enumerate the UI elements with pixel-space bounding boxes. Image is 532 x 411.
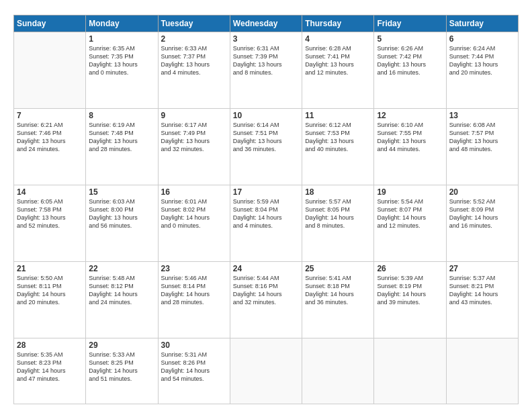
calendar-cell: 17Sunrise: 5:59 AMSunset: 8:04 PMDayligh… bbox=[230, 185, 302, 261]
day-number: 10 bbox=[233, 111, 299, 120]
day-number: 6 bbox=[449, 34, 515, 44]
day-number: 11 bbox=[305, 111, 371, 120]
day-info: Sunrise: 5:46 AMSunset: 8:14 PMDaylight:… bbox=[161, 274, 227, 307]
day-header-monday: Monday bbox=[86, 15, 158, 32]
day-number: 3 bbox=[233, 34, 299, 44]
day-info: Sunrise: 6:28 AMSunset: 7:41 PMDaylight:… bbox=[305, 44, 371, 77]
day-info: Sunrise: 6:12 AMSunset: 7:53 PMDaylight:… bbox=[305, 121, 371, 154]
day-number: 25 bbox=[305, 264, 371, 273]
day-info: Sunrise: 5:59 AMSunset: 8:04 PMDaylight:… bbox=[233, 197, 299, 230]
day-header-tuesday: Tuesday bbox=[158, 15, 230, 32]
calendar-cell: 30Sunrise: 5:31 AMSunset: 8:26 PMDayligh… bbox=[158, 338, 230, 404]
day-info: Sunrise: 5:33 AMSunset: 8:25 PMDaylight:… bbox=[89, 351, 154, 383]
day-number: 7 bbox=[17, 111, 83, 120]
week-row-5: 28Sunrise: 5:35 AMSunset: 8:23 PMDayligh… bbox=[14, 338, 519, 404]
calendar-cell: 22Sunrise: 5:48 AMSunset: 8:12 PMDayligh… bbox=[86, 261, 158, 338]
calendar-cell: 6Sunrise: 6:24 AMSunset: 7:44 PMDaylight… bbox=[446, 32, 518, 109]
day-info: Sunrise: 6:05 AMSunset: 7:58 PMDaylight:… bbox=[17, 197, 83, 230]
calendar-cell: 13Sunrise: 6:08 AMSunset: 7:57 PMDayligh… bbox=[446, 108, 518, 185]
week-row-2: 7Sunrise: 6:21 AMSunset: 7:46 PMDaylight… bbox=[14, 108, 519, 185]
day-info: Sunrise: 5:52 AMSunset: 8:09 PMDaylight:… bbox=[449, 197, 515, 230]
day-info: Sunrise: 5:48 AMSunset: 8:12 PMDaylight:… bbox=[89, 274, 154, 307]
day-number: 28 bbox=[17, 340, 83, 350]
day-info: Sunrise: 6:03 AMSunset: 8:00 PMDaylight:… bbox=[89, 197, 154, 230]
calendar-cell: 10Sunrise: 6:14 AMSunset: 7:51 PMDayligh… bbox=[230, 108, 302, 185]
day-info: Sunrise: 6:01 AMSunset: 8:02 PMDaylight:… bbox=[161, 197, 227, 230]
day-info: Sunrise: 6:10 AMSunset: 7:55 PMDaylight:… bbox=[377, 121, 443, 154]
day-number: 5 bbox=[377, 34, 443, 44]
day-number: 8 bbox=[89, 111, 154, 120]
day-header-row: SundayMondayTuesdayWednesdayThursdayFrid… bbox=[14, 15, 519, 32]
day-info: Sunrise: 5:54 AMSunset: 8:07 PMDaylight:… bbox=[377, 197, 443, 230]
calendar-cell: 21Sunrise: 5:50 AMSunset: 8:11 PMDayligh… bbox=[14, 261, 86, 338]
calendar-cell: 3Sunrise: 6:31 AMSunset: 7:39 PMDaylight… bbox=[230, 32, 302, 109]
calendar-cell bbox=[230, 338, 302, 404]
day-number: 23 bbox=[161, 264, 227, 273]
calendar-cell: 14Sunrise: 6:05 AMSunset: 7:58 PMDayligh… bbox=[14, 185, 86, 261]
day-number: 14 bbox=[17, 187, 83, 197]
day-number: 16 bbox=[161, 187, 227, 197]
calendar-cell: 19Sunrise: 5:54 AMSunset: 8:07 PMDayligh… bbox=[374, 185, 446, 261]
week-row-4: 21Sunrise: 5:50 AMSunset: 8:11 PMDayligh… bbox=[14, 261, 519, 338]
day-number: 13 bbox=[449, 111, 515, 120]
calendar-cell: 12Sunrise: 6:10 AMSunset: 7:55 PMDayligh… bbox=[374, 108, 446, 185]
day-info: Sunrise: 5:37 AMSunset: 8:21 PMDaylight:… bbox=[449, 274, 515, 307]
calendar-table: SundayMondayTuesdayWednesdayThursdayFrid… bbox=[13, 15, 519, 404]
day-number: 4 bbox=[305, 34, 371, 44]
calendar-cell: 28Sunrise: 5:35 AMSunset: 8:23 PMDayligh… bbox=[14, 338, 86, 404]
calendar-cell: 15Sunrise: 6:03 AMSunset: 8:00 PMDayligh… bbox=[86, 185, 158, 261]
day-number: 29 bbox=[89, 340, 154, 350]
day-info: Sunrise: 6:19 AMSunset: 7:48 PMDaylight:… bbox=[89, 121, 154, 154]
day-info: Sunrise: 5:35 AMSunset: 8:23 PMDaylight:… bbox=[17, 351, 83, 383]
calendar-cell: 5Sunrise: 6:26 AMSunset: 7:42 PMDaylight… bbox=[374, 32, 446, 109]
page: General Blue SundayMondayTuesdayWednesda… bbox=[0, 0, 532, 411]
day-number: 24 bbox=[233, 264, 299, 273]
day-header-sunday: Sunday bbox=[14, 15, 86, 32]
calendar-cell: 1Sunrise: 6:35 AMSunset: 7:35 PMDaylight… bbox=[86, 32, 158, 109]
calendar-cell: 7Sunrise: 6:21 AMSunset: 7:46 PMDaylight… bbox=[14, 108, 86, 185]
day-number: 17 bbox=[233, 187, 299, 197]
day-info: Sunrise: 6:31 AMSunset: 7:39 PMDaylight:… bbox=[233, 44, 299, 77]
day-info: Sunrise: 5:50 AMSunset: 8:11 PMDaylight:… bbox=[17, 274, 83, 307]
day-number: 2 bbox=[161, 34, 227, 44]
day-info: Sunrise: 6:35 AMSunset: 7:35 PMDaylight:… bbox=[89, 44, 154, 77]
day-info: Sunrise: 6:08 AMSunset: 7:57 PMDaylight:… bbox=[449, 121, 515, 154]
day-info: Sunrise: 5:44 AMSunset: 8:16 PMDaylight:… bbox=[233, 274, 299, 307]
week-row-1: 1Sunrise: 6:35 AMSunset: 7:35 PMDaylight… bbox=[14, 32, 519, 109]
day-info: Sunrise: 6:26 AMSunset: 7:42 PMDaylight:… bbox=[377, 44, 443, 77]
calendar-cell: 8Sunrise: 6:19 AMSunset: 7:48 PMDaylight… bbox=[86, 108, 158, 185]
day-number: 1 bbox=[89, 34, 154, 44]
day-info: Sunrise: 5:57 AMSunset: 8:05 PMDaylight:… bbox=[305, 197, 371, 230]
day-info: Sunrise: 6:17 AMSunset: 7:49 PMDaylight:… bbox=[161, 121, 227, 154]
day-number: 27 bbox=[449, 264, 515, 273]
calendar-cell: 18Sunrise: 5:57 AMSunset: 8:05 PMDayligh… bbox=[302, 185, 374, 261]
calendar-cell: 27Sunrise: 5:37 AMSunset: 8:21 PMDayligh… bbox=[446, 261, 518, 338]
day-info: Sunrise: 5:39 AMSunset: 8:19 PMDaylight:… bbox=[377, 274, 443, 307]
calendar-cell: 2Sunrise: 6:33 AMSunset: 7:37 PMDaylight… bbox=[158, 32, 230, 109]
day-header-saturday: Saturday bbox=[446, 15, 518, 32]
calendar-cell: 9Sunrise: 6:17 AMSunset: 7:49 PMDaylight… bbox=[158, 108, 230, 185]
week-row-3: 14Sunrise: 6:05 AMSunset: 7:58 PMDayligh… bbox=[14, 185, 519, 261]
day-number: 15 bbox=[89, 187, 154, 197]
day-header-friday: Friday bbox=[374, 15, 446, 32]
calendar-cell: 29Sunrise: 5:33 AMSunset: 8:25 PMDayligh… bbox=[86, 338, 158, 404]
day-header-thursday: Thursday bbox=[302, 15, 374, 32]
day-info: Sunrise: 6:21 AMSunset: 7:46 PMDaylight:… bbox=[17, 121, 83, 154]
day-info: Sunrise: 5:41 AMSunset: 8:18 PMDaylight:… bbox=[305, 274, 371, 307]
day-number: 18 bbox=[305, 187, 371, 197]
calendar-cell: 25Sunrise: 5:41 AMSunset: 8:18 PMDayligh… bbox=[302, 261, 374, 338]
day-info: Sunrise: 5:31 AMSunset: 8:26 PMDaylight:… bbox=[161, 351, 227, 383]
calendar-cell: 16Sunrise: 6:01 AMSunset: 8:02 PMDayligh… bbox=[158, 185, 230, 261]
calendar-cell: 20Sunrise: 5:52 AMSunset: 8:09 PMDayligh… bbox=[446, 185, 518, 261]
day-number: 21 bbox=[17, 264, 83, 273]
day-number: 19 bbox=[377, 187, 443, 197]
day-info: Sunrise: 6:24 AMSunset: 7:44 PMDaylight:… bbox=[449, 44, 515, 77]
day-number: 26 bbox=[377, 264, 443, 273]
calendar-cell: 26Sunrise: 5:39 AMSunset: 8:19 PMDayligh… bbox=[374, 261, 446, 338]
calendar-cell bbox=[302, 338, 374, 404]
calendar-cell: 24Sunrise: 5:44 AMSunset: 8:16 PMDayligh… bbox=[230, 261, 302, 338]
day-number: 20 bbox=[449, 187, 515, 197]
day-header-wednesday: Wednesday bbox=[230, 15, 302, 32]
calendar-cell: 23Sunrise: 5:46 AMSunset: 8:14 PMDayligh… bbox=[158, 261, 230, 338]
day-info: Sunrise: 6:14 AMSunset: 7:51 PMDaylight:… bbox=[233, 121, 299, 154]
